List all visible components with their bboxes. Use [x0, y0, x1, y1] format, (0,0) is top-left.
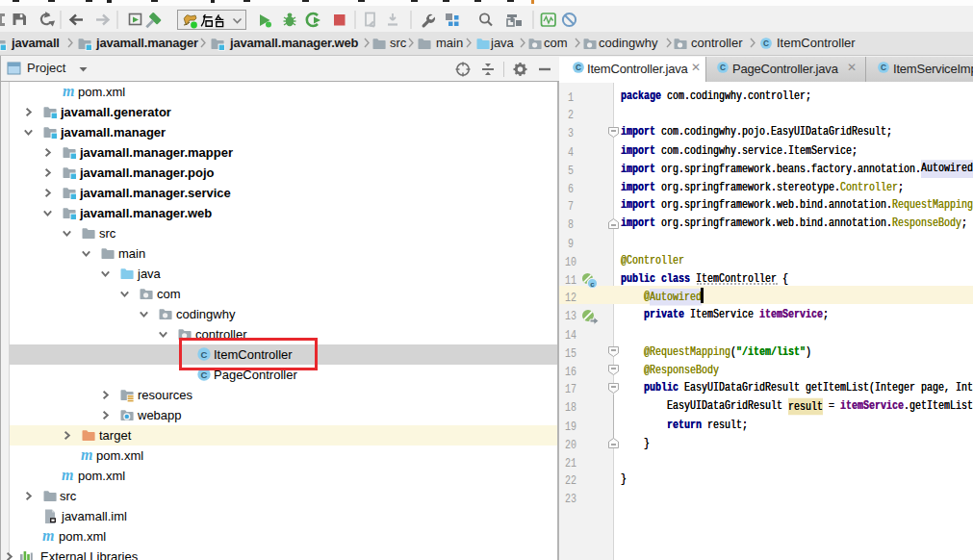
svg-text:c: c: [590, 280, 595, 289]
